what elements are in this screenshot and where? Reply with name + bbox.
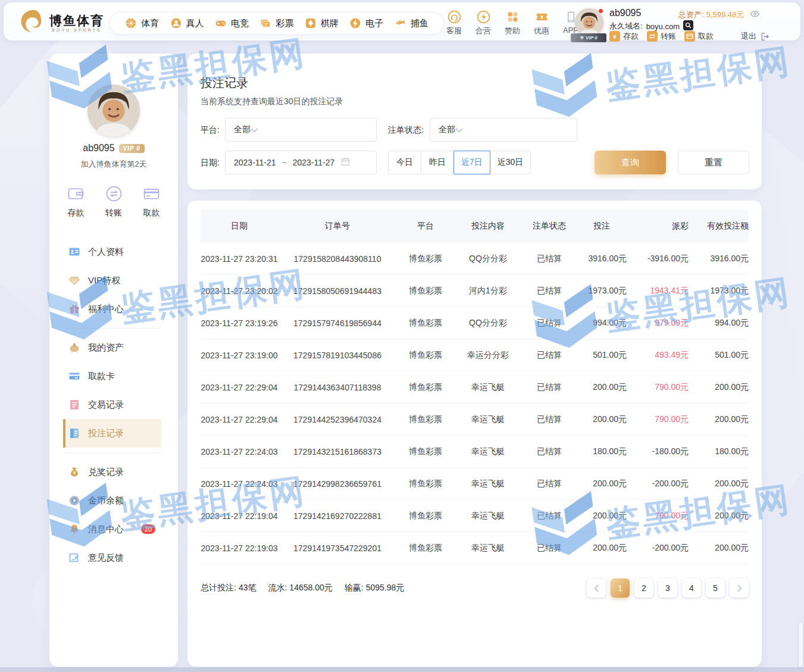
idcard-icon bbox=[68, 246, 80, 258]
date-label: 日期: bbox=[201, 151, 220, 174]
page-title: 投注记录 bbox=[201, 75, 248, 91]
cell-bet: 180.00元 bbox=[577, 446, 627, 457]
quick-links: 客服合营赞助¥优惠APP bbox=[446, 10, 578, 36]
cell-date: 2023-11-27 22:29:04 bbox=[201, 415, 278, 424]
quick-link-promo[interactable]: ¥优惠 bbox=[534, 10, 549, 36]
vip-chip: VIP 0 bbox=[119, 144, 145, 153]
nav-item-label: 电竞 bbox=[231, 18, 249, 29]
withdraw-button[interactable]: 取款 bbox=[684, 31, 714, 42]
pagination-page-3[interactable]: 3 bbox=[658, 579, 677, 598]
sidebar-item-feedback[interactable]: 意见反馈 bbox=[63, 543, 161, 572]
cell-valid: 200.00元 bbox=[689, 511, 749, 521]
assets-label: 总资产: bbox=[678, 10, 704, 20]
reset-button[interactable]: 重置 bbox=[678, 151, 749, 174]
filter-card: 投注记录 当前系统支持查询最近30日的投注记录 平台: 全部 注单状态: 全部 … bbox=[187, 54, 762, 189]
sidebar-item-transactions[interactable]: 交易记录 bbox=[63, 390, 161, 419]
sidebar-item-redeem[interactable]: ¥兑奖记录 bbox=[63, 458, 161, 486]
cell-status: 已结算 bbox=[522, 479, 577, 489]
cell-valid: 200.00元 bbox=[689, 414, 749, 425]
nav-item-chess[interactable]: 棋牌 bbox=[305, 17, 339, 29]
cell-status: 已结算 bbox=[522, 382, 577, 393]
date-range-input[interactable]: 2023-11-21 ~ 2023-11-27 bbox=[225, 151, 377, 174]
piggy-icon bbox=[68, 342, 80, 354]
quick-link-sponsor[interactable]: 赞助 bbox=[505, 10, 520, 36]
table-footer: 总计投注:43笔 流水:14658.00元 输赢:5095.98元 12345 bbox=[201, 579, 749, 598]
notification-dot bbox=[598, 8, 603, 14]
cell-payout: 1943.41元 bbox=[627, 286, 689, 296]
cell-valid: 994.00元 bbox=[689, 318, 749, 329]
cell-valid: 180.00元 bbox=[689, 446, 749, 457]
cell-payout: -200.00元 bbox=[627, 479, 689, 489]
sidebar-item-welfare[interactable]: 福利中心 bbox=[63, 295, 161, 323]
cell-bet: 200.00元 bbox=[577, 382, 627, 393]
deposit-button[interactable]: ¥存款 bbox=[609, 31, 639, 42]
pagination-page-5[interactable]: 5 bbox=[706, 579, 725, 598]
sidebar-item-messages[interactable]: 消息中心20 bbox=[63, 515, 161, 543]
sidebar-item-label: 取款卡 bbox=[88, 371, 115, 382]
quick-date-today[interactable]: 今日 bbox=[388, 151, 421, 174]
pagination-prev[interactable] bbox=[587, 579, 606, 598]
cell-bet: 3916.00元 bbox=[577, 254, 627, 264]
nav-item-lottery[interactable]: 彩票 bbox=[259, 17, 293, 29]
sidebar-item-bet-records[interactable]: 投注记录 bbox=[63, 419, 161, 448]
quick-date-yesterday[interactable]: 昨日 bbox=[421, 151, 454, 174]
platform-select-value: 全部 bbox=[234, 124, 251, 135]
cell-content: 幸运飞艇 bbox=[454, 511, 522, 521]
sidebar-item-profile[interactable]: 个人资料 bbox=[63, 237, 161, 266]
cell-status: 已结算 bbox=[522, 511, 577, 521]
cell-bet: 200.00元 bbox=[577, 543, 627, 554]
transaction-doc-icon bbox=[68, 399, 80, 411]
logout-button[interactable]: 退出 bbox=[741, 31, 769, 42]
cell-content: 幸运飞艇 bbox=[454, 382, 522, 393]
cell-content: 幸运飞艇 bbox=[454, 446, 522, 457]
pagination-page-1[interactable]: 1 bbox=[611, 579, 630, 598]
sidebar-action-deposit[interactable]: 存款 bbox=[66, 184, 86, 218]
nav-item-sports[interactable]: 体育 bbox=[125, 17, 159, 29]
cell-date: 2023-11-27 23:19:26 bbox=[201, 318, 278, 328]
table-row: 2023-11-27 22:24:031729142998236659761博鱼… bbox=[201, 468, 749, 500]
nav-item-label: 棋牌 bbox=[321, 18, 339, 29]
pagination-page-2[interactable]: 2 bbox=[634, 579, 653, 598]
quick-date-last30[interactable]: 近30日 bbox=[490, 151, 531, 174]
transfer-icon bbox=[104, 184, 124, 204]
cell-date: 2023-11-27 23:20:31 bbox=[201, 254, 278, 264]
eye-icon[interactable] bbox=[746, 9, 760, 21]
brand-logo[interactable]: 博鱼体育 BOYU SPORTS bbox=[17, 8, 104, 37]
sidebar-item-label: 金币余额 bbox=[88, 495, 124, 507]
cell-payout: 493.49元 bbox=[627, 350, 689, 361]
table-card: 日期订单号平台投注内容注单状态投注派彩有效投注额 2023-11-27 23:2… bbox=[187, 201, 762, 667]
platform-select[interactable]: 全部 bbox=[225, 118, 377, 142]
nav-item-electronic[interactable]: 电子 bbox=[349, 17, 383, 29]
cell-status: 已结算 bbox=[522, 254, 577, 264]
table-row: 2023-11-27 23:20:021729158050691944483博鱼… bbox=[201, 275, 749, 307]
search-button[interactable]: 查询 bbox=[595, 151, 666, 174]
search-badge-icon[interactable] bbox=[683, 20, 693, 32]
sidebar-item-withdraw-card[interactable]: 取款卡 bbox=[63, 362, 161, 390]
quick-date-last7[interactable]: 近7日 bbox=[453, 151, 490, 174]
nav-item-esports[interactable]: 电竞 bbox=[215, 17, 249, 29]
pagination-page-4[interactable]: 4 bbox=[682, 579, 701, 598]
status-select[interactable]: 全部 bbox=[430, 118, 577, 142]
cell-bet: 994.00元 bbox=[577, 318, 627, 329]
quick-link-partnership[interactable]: 合营 bbox=[475, 10, 491, 36]
sidebar-username: ab9095 bbox=[83, 143, 114, 154]
pagination-next[interactable] bbox=[730, 579, 749, 598]
nav-item-live[interactable]: 真人 bbox=[170, 17, 204, 29]
cell-bet: 200.00元 bbox=[577, 479, 627, 489]
sidebar-action-withdraw[interactable]: 取款 bbox=[142, 184, 161, 218]
scrollbar-thumb[interactable] bbox=[799, 622, 803, 667]
quick-link-support[interactable]: 客服 bbox=[446, 10, 462, 36]
sidebar-item-label: VIP特权 bbox=[88, 275, 120, 286]
total-assets: 总资产: 5,599.48元 bbox=[678, 9, 760, 21]
cell-content: 幸运飞艇 bbox=[454, 543, 522, 554]
sidebar-item-vip[interactable]: VIP特权 bbox=[63, 266, 161, 295]
avatar[interactable] bbox=[87, 85, 140, 137]
nav-item-fishing[interactable]: 捕鱼 bbox=[395, 17, 428, 29]
transfer-button[interactable]: 转账 bbox=[647, 31, 676, 42]
sidebar-item-assets[interactable]: 我的资产 bbox=[63, 333, 161, 362]
sidebar-item-coins[interactable]: 金币余额 bbox=[63, 486, 161, 515]
cell-order: 1729157974619856944 bbox=[278, 318, 397, 328]
sidebar-action-transfer[interactable]: 转账 bbox=[104, 184, 124, 218]
svg-text:¥: ¥ bbox=[613, 33, 617, 40]
sidebar-item-label: 个人资料 bbox=[88, 246, 124, 258]
